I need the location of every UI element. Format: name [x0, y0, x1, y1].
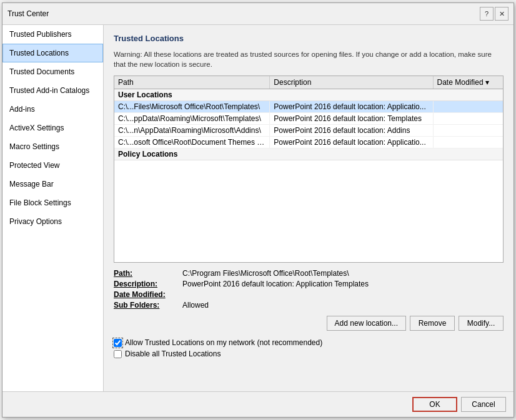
path-label: Path: — [114, 269, 182, 278]
disable-all-label: Disable all Trusted Locations — [125, 349, 221, 358]
table-row[interactable]: C:\...ppData\Roaming\Microsoft\Templates… — [114, 113, 503, 125]
description-value: PowerPoint 2016 default location: Applic… — [182, 280, 504, 288]
date-modified-value — [182, 290, 504, 299]
remove-button[interactable]: Remove — [410, 316, 455, 331]
table-row[interactable]: C:\...Files\Microsoft Office\Root\Templa… — [114, 101, 503, 113]
sidebar-item-trusted-locations[interactable]: Trusted Locations — [2, 44, 103, 62]
col-header-description: Description — [270, 76, 433, 89]
sidebar-item-macro-settings[interactable]: Macro Settings — [2, 137, 103, 156]
allow-trusted-checkbox[interactable] — [114, 339, 122, 347]
description-label: Description: — [114, 280, 182, 288]
table-row[interactable]: C:\...osoft Office\Root\Document Themes … — [114, 137, 503, 149]
content-area: Trusted Locations Warning: All these loc… — [104, 25, 514, 391]
col-header-path: Path — [114, 76, 270, 89]
sidebar: Trusted PublishersTrusted LocationsTrust… — [2, 25, 104, 391]
sidebar-item-trusted-documents[interactable]: Trusted Documents — [2, 62, 103, 81]
date-modified-label: Date Modified: — [114, 290, 182, 299]
sidebar-item-message-bar[interactable]: Message Bar — [2, 175, 103, 193]
dialog-title: Trust Center — [7, 9, 49, 18]
close-button[interactable]: ✕ — [495, 7, 509, 21]
sidebar-item-file-block-settings[interactable]: File Block Settings — [2, 193, 103, 212]
locations-table-container[interactable]: Path Description Date Modified ▾ User Lo… — [114, 76, 504, 263]
locations-table: Path Description Date Modified ▾ User Lo… — [114, 76, 503, 160]
sidebar-item-activex-settings[interactable]: ActiveX Settings — [2, 119, 103, 137]
main-content: Trusted Locations Warning: All these loc… — [104, 25, 514, 391]
add-new-location-button[interactable]: Add new location... — [327, 316, 406, 331]
trust-center-dialog: Trust Center ? ✕ Trusted PublishersTrust… — [2, 2, 514, 418]
sidebar-item-trusted-addin-catalogs[interactable]: Trusted Add-in Catalogs — [2, 81, 103, 100]
title-bar-controls: ? ✕ — [480, 7, 509, 21]
sidebar-item-add-ins[interactable]: Add-ins — [2, 100, 103, 119]
sub-folders-value: Allowed — [182, 301, 504, 310]
sidebar-item-privacy-options[interactable]: Privacy Options — [2, 212, 103, 231]
warning-text: Warning: All these locations are treated… — [114, 49, 504, 69]
title-bar-left: Trust Center — [7, 9, 49, 18]
disable-all-checkbox[interactable] — [114, 350, 122, 358]
ok-button[interactable]: OK — [412, 397, 457, 412]
help-button[interactable]: ? — [480, 7, 494, 21]
detail-area: Path: C:\Program Files\Microsoft Office\… — [114, 269, 504, 310]
sidebar-item-protected-view[interactable]: Protected View — [2, 156, 103, 175]
allow-trusted-row: Allow Trusted Locations on my network (n… — [114, 338, 504, 347]
dialog-body: Trusted PublishersTrusted LocationsTrust… — [2, 25, 514, 391]
user-locations-header: User Locations — [114, 89, 503, 101]
policy-locations-header: Policy Locations — [114, 149, 503, 160]
allow-trusted-label: Allow Trusted Locations on my network (n… — [125, 338, 322, 347]
sub-folders-label: Sub Folders: — [114, 301, 182, 310]
section-title: Trusted Locations — [114, 34, 504, 43]
checkbox-area: Allow Trusted Locations on my network (n… — [114, 338, 504, 358]
dialog-footer: OK Cancel — [2, 391, 514, 417]
path-value: C:\Program Files\Microsoft Office\Root\T… — [182, 269, 504, 278]
cancel-button[interactable]: Cancel — [461, 397, 506, 412]
title-bar: Trust Center ? ✕ — [2, 3, 514, 25]
table-row[interactable]: C:\...n\AppData\Roaming\Microsoft\Addins… — [114, 125, 503, 137]
action-buttons-row: Add new location... Remove Modify... — [114, 316, 504, 335]
col-header-date: Date Modified ▾ — [433, 76, 503, 89]
modify-button[interactable]: Modify... — [459, 316, 504, 331]
disable-all-row: Disable all Trusted Locations — [114, 349, 504, 358]
sidebar-item-trusted-publishers[interactable]: Trusted Publishers — [2, 25, 103, 44]
